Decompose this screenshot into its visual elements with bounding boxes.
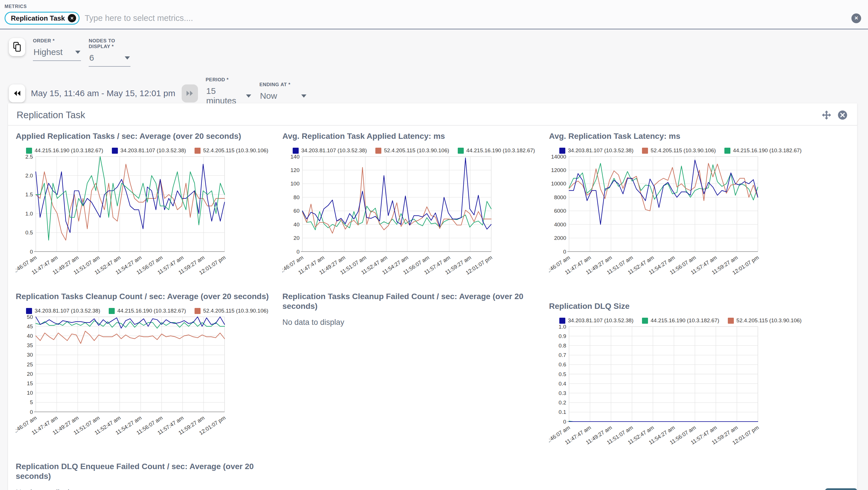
legend-label: 52.4.205.115 (10.3.90.106) (736, 317, 802, 324)
charts-grid: Applied Replication Tasks / sec: Average… (8, 126, 857, 490)
svg-text:0: 0 (30, 249, 33, 255)
legend-swatch (728, 318, 734, 324)
svg-text:14000: 14000 (551, 154, 566, 160)
rewind-icon (13, 90, 21, 97)
legend-item: 34.203.81.107 (10.3.52.38) (559, 147, 633, 154)
legend-swatch (109, 308, 115, 314)
period-label: PERIOD * (206, 77, 252, 83)
chart-title: Replication Tasks Cleanup Count / sec: A… (16, 292, 276, 301)
legend-label: 34.203.81.107 (10.3.52.38) (568, 147, 633, 154)
svg-text:30: 30 (27, 352, 33, 358)
svg-text:20: 20 (27, 371, 33, 377)
svg-text:0: 0 (563, 249, 566, 255)
metrics-label: METRICS (5, 4, 861, 9)
svg-text:0.5: 0.5 (559, 371, 566, 377)
svg-text:0.8: 0.8 (559, 343, 566, 348)
legend-item: 44.215.16.190 (10.3.182.67) (642, 317, 719, 324)
line-chart-svg: 00.51.01.52.02.511:46:07 am11:47:47 am11… (16, 154, 227, 283)
legend-item: 52.4.205.115 (10.3.90.106) (194, 147, 268, 154)
forward-button[interactable] (182, 85, 198, 102)
legend-swatch (642, 148, 648, 154)
legend-swatch (112, 148, 118, 154)
svg-text:0.3: 0.3 (559, 390, 566, 396)
chevron-down-icon (75, 51, 81, 54)
legend-swatch (724, 148, 731, 154)
svg-text:5: 5 (30, 400, 33, 405)
svg-text:80: 80 (293, 194, 300, 201)
clear-metrics-icon[interactable]: ✕ (851, 13, 861, 23)
remove-metric-icon[interactable]: ✕ (68, 14, 76, 22)
chart-applied-replication-tasks: Applied Replication Tasks / sec: Average… (16, 131, 276, 284)
nodes-select[interactable]: 6 (89, 51, 130, 67)
copy-panel-button[interactable] (9, 38, 25, 56)
svg-text:0: 0 (30, 409, 33, 415)
legend-item: 44.215.16.190 (10.3.182.67) (109, 308, 186, 314)
line-chart-svg: 0200040006000800010000120001400011:46:07… (549, 154, 761, 283)
legend-label: 34.203.81.107 (10.3.52.38) (120, 147, 186, 154)
legend-label: 52.4.205.115 (10.3.90.106) (203, 308, 268, 314)
legend-swatch (293, 148, 299, 154)
selected-metric-chip[interactable]: Replication Task ✕ (5, 12, 80, 25)
chevron-down-icon (246, 94, 251, 98)
svg-text:1.5: 1.5 (26, 191, 33, 197)
rewind-button[interactable] (9, 85, 25, 102)
metrics-search-input[interactable] (85, 13, 851, 23)
period-value: 15 minutes (206, 86, 241, 105)
legend-swatch (26, 148, 32, 154)
date-range-label: May 15, 11:46 am - May 15, 12:01 pm (31, 88, 175, 98)
chart-legend: 34.203.81.107 (10.3.52.38)52.4.205.115 (… (293, 147, 543, 154)
order-select[interactable]: Highest (33, 45, 81, 61)
legend-swatch (194, 148, 200, 154)
svg-text:2000: 2000 (554, 235, 566, 241)
chip-label: Replication Task (11, 14, 65, 22)
legend-item: 44.215.16.190 (10.3.182.67) (458, 147, 535, 154)
order-label: ORDER * (33, 38, 81, 44)
svg-text:0.7: 0.7 (559, 352, 566, 358)
fast-forward-icon (186, 90, 193, 97)
ending-at-select[interactable]: Now (259, 89, 307, 105)
svg-text:12000: 12000 (551, 167, 566, 173)
chart-dlq-enqueue-failed: Replication DLQ Enqueue Failed Count / s… (16, 462, 276, 490)
legend-swatch (559, 318, 565, 324)
svg-text:4000: 4000 (554, 221, 566, 227)
legend-label: 44.215.16.190 (10.3.182.67) (651, 317, 719, 324)
legend-item: 52.4.205.115 (10.3.90.106) (642, 147, 716, 154)
chart-legend: 44.215.16.190 (10.3.182.67)34.203.81.107… (26, 147, 276, 154)
chart-title: Replication Tasks Cleanup Failed Count /… (282, 292, 543, 311)
chart-title: Applied Replication Tasks / sec: Average… (16, 131, 276, 141)
svg-text:10000: 10000 (551, 181, 566, 187)
line-chart-svg: 02040608010012014011:46:07 am11:47:47 am… (282, 154, 494, 283)
svg-text:1.0: 1.0 (26, 211, 33, 217)
svg-text:0: 0 (297, 249, 300, 255)
svg-text:2.5: 2.5 (26, 154, 33, 160)
svg-text:20: 20 (293, 235, 300, 241)
svg-text:15: 15 (27, 380, 33, 387)
chart-legend: 34.203.81.107 (10.3.52.38)44.215.16.190 … (26, 308, 276, 314)
svg-text:8000: 8000 (554, 194, 566, 201)
svg-text:0.5: 0.5 (26, 229, 33, 236)
svg-text:2.0: 2.0 (26, 173, 33, 179)
bottom-right-partial-button[interactable] (825, 488, 857, 490)
chart-canvas: No data to display (282, 318, 543, 327)
legend-label: 44.215.16.190 (10.3.182.67) (35, 147, 103, 154)
chart-legend: 34.203.81.107 (10.3.52.38)52.4.205.115 (… (559, 147, 809, 154)
close-panel-icon[interactable] (838, 110, 847, 120)
chart-title: Replication DLQ Size (549, 301, 809, 311)
svg-text:10: 10 (27, 390, 33, 396)
chart-canvas: 34.203.81.107 (10.3.52.38)44.215.16.190 … (549, 317, 809, 454)
svg-text:50: 50 (27, 314, 33, 320)
line-chart-svg: 00.10.20.30.40.50.60.70.80.91.011:46:07 … (549, 324, 761, 453)
chevron-down-icon (125, 56, 130, 60)
svg-text:40: 40 (27, 333, 33, 339)
chart-canvas: 34.203.81.107 (10.3.52.38)52.4.205.115 (… (282, 147, 543, 284)
svg-text:1.0: 1.0 (559, 324, 566, 330)
legend-label: 34.203.81.107 (10.3.52.38) (35, 308, 100, 314)
svg-text:0.9: 0.9 (559, 333, 566, 339)
legend-swatch (194, 308, 200, 314)
legend-item: 34.203.81.107 (10.3.52.38) (293, 147, 367, 154)
chart-legend: 34.203.81.107 (10.3.52.38)44.215.16.190 … (559, 317, 809, 324)
no-data-text: No data to display (282, 318, 543, 327)
legend-item: 52.4.205.115 (10.3.90.106) (728, 317, 802, 324)
svg-text:25: 25 (27, 362, 33, 367)
move-panel-icon[interactable] (822, 110, 831, 120)
